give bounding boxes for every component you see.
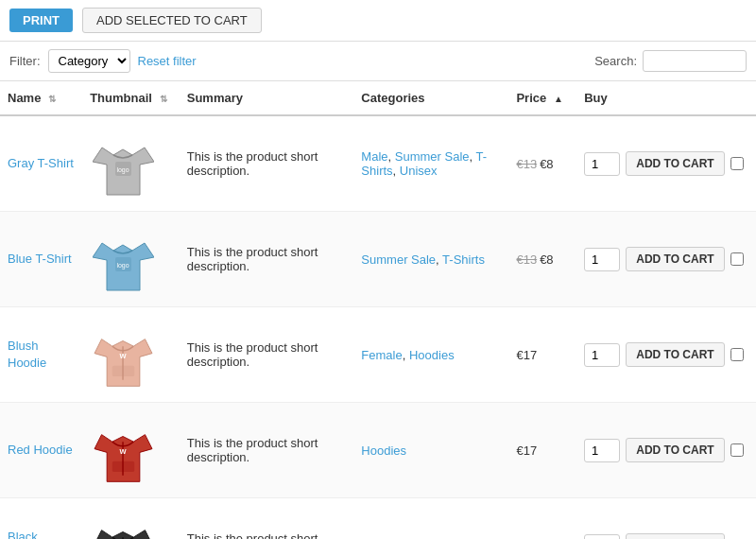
th-summary: Summary (180, 81, 354, 115)
categories-cell: Female, Hoodies (353, 307, 508, 403)
th-thumbnail-label: Thumbnail (90, 91, 152, 105)
categories-cell: Summer Sale, T-Shirts (353, 212, 508, 307)
product-summary: This is the product short description. (187, 245, 318, 273)
products-table: Name ⇅ Thumbnail ⇅ Summary Categories Pr… (0, 81, 756, 539)
name-cell: Red Hoodie (0, 403, 82, 498)
price-cell: €13€8 (508, 115, 576, 212)
price-cell: €17 (508, 403, 576, 498)
buy-cell: ADD TO CART (576, 307, 756, 403)
add-to-cart-button[interactable]: ADD TO CART (626, 247, 724, 271)
name-cell: Blue T-Shirt (0, 212, 82, 307)
price-cell: €17 (508, 307, 576, 403)
thumbnail-cell: W (82, 307, 180, 403)
quantity-input[interactable] (584, 248, 620, 271)
price-sale: €17 (516, 348, 537, 362)
product-summary: This is the product short description. (187, 436, 318, 464)
categories-cell: Male, Summer Sale, T-Shirts, Unisex (353, 115, 508, 212)
category-link[interactable]: Hoodies (361, 443, 406, 458)
product-name-link[interactable]: Gray T-Shirt (8, 156, 74, 170)
svg-text:logo: logo (116, 166, 129, 174)
price-original: €13 (516, 157, 537, 171)
table-row: Gray T-Shirt logo This is the product sh… (0, 115, 756, 212)
price-cell: €13€8 (508, 212, 576, 307)
category-link[interactable]: Male (361, 149, 387, 164)
svg-rect-12 (112, 461, 133, 471)
category-select[interactable]: Category (48, 49, 130, 73)
add-to-cart-button[interactable]: ADD TO CART (626, 151, 724, 176)
table-body: Gray T-Shirt logo This is the product sh… (0, 115, 756, 539)
svg-text:logo: logo (116, 262, 129, 270)
table-header: Name ⇅ Thumbnail ⇅ Summary Categories Pr… (0, 81, 756, 115)
th-categories: Categories (353, 81, 508, 115)
product-name-link[interactable]: Blush Hoodie (8, 339, 46, 370)
price-sale: €8 (540, 157, 553, 171)
category-link[interactable]: Summer Sale (361, 252, 436, 267)
buy-cell: ADD TO CART (576, 403, 756, 498)
price-sale: €8 (540, 252, 553, 267)
category-link[interactable]: Hoodies (409, 348, 455, 362)
th-price-sort-icon: ▲ (554, 94, 563, 104)
summary-cell: This is the product short description. (180, 498, 354, 540)
row-select-checkbox[interactable] (730, 443, 744, 457)
th-price[interactable]: Price ▲ (508, 81, 576, 115)
add-to-cart-button[interactable]: ADD TO CART (626, 533, 724, 539)
categories-cell: Hoodies (353, 498, 508, 540)
product-name-link[interactable]: Blue T-Shirt (8, 252, 72, 266)
quantity-input[interactable] (584, 343, 620, 367)
th-name-label: Name (8, 91, 41, 105)
product-summary: This is the product short description. (187, 149, 318, 178)
price-original: €13 (516, 252, 537, 267)
reset-filter-link[interactable]: Reset filter (138, 54, 197, 68)
top-bar: PRINT ADD SELECTED TO CART (0, 0, 756, 42)
table-row: Red Hoodie W This is the product short d… (0, 403, 756, 498)
thumbnail-cell: W (82, 498, 180, 540)
category-link[interactable]: Unisex (400, 164, 438, 178)
category-link[interactable]: T-Shirts (442, 252, 485, 267)
th-thumbnail-sort-icon: ⇅ (160, 94, 167, 104)
price-sale: €17 (516, 443, 537, 458)
th-name-sort-icon: ⇅ (48, 94, 56, 104)
svg-text:W: W (119, 352, 127, 360)
add-to-cart-button[interactable]: ADD TO CART (626, 342, 724, 367)
row-select-checkbox[interactable] (730, 348, 744, 361)
add-selected-button[interactable]: ADD SELECTED TO CART (82, 8, 262, 33)
thumbnail-cell: logo (82, 212, 180, 307)
row-select-checkbox[interactable] (730, 157, 744, 170)
search-area: Search: (594, 50, 747, 72)
filter-label: Filter: (9, 54, 41, 68)
table-row: Blush Hoodie W This is the product short… (0, 307, 756, 403)
product-summary: This is the product short description. (187, 531, 318, 539)
th-price-label: Price (516, 91, 546, 105)
table-row: Black Hoodie W This is the product short… (0, 498, 756, 540)
price-cell: €17 (508, 498, 576, 540)
search-label: Search: (594, 54, 637, 68)
category-link[interactable]: Female (361, 348, 402, 362)
print-button[interactable]: PRINT (9, 9, 73, 32)
summary-cell: This is the product short description. (180, 307, 354, 403)
quantity-input[interactable] (584, 152, 620, 176)
product-thumbnail: W (90, 317, 156, 392)
th-buy-label: Buy (584, 91, 608, 105)
summary-cell: This is the product short description. (180, 115, 354, 212)
row-select-checkbox[interactable] (730, 252, 744, 266)
th-thumbnail[interactable]: Thumbnail ⇅ (82, 81, 180, 115)
buy-cell: ADD TO CART (576, 212, 756, 307)
product-name-link[interactable]: Red Hoodie (8, 443, 73, 457)
quantity-input[interactable] (584, 534, 620, 540)
name-cell: Blush Hoodie (0, 307, 82, 403)
thumbnail-cell: W (82, 403, 180, 498)
product-thumbnail: logo (90, 126, 156, 201)
product-summary: This is the product short description. (187, 340, 318, 369)
th-summary-label: Summary (187, 91, 243, 105)
th-name[interactable]: Name ⇅ (0, 81, 82, 115)
add-to-cart-button[interactable]: ADD TO CART (626, 438, 724, 462)
search-input[interactable] (643, 50, 747, 72)
categories-cell: Hoodies (353, 403, 508, 498)
name-cell: Gray T-Shirt (0, 115, 82, 212)
thumbnail-cell: logo (82, 115, 180, 212)
svg-text:W: W (119, 447, 127, 456)
category-link[interactable]: Summer Sale (395, 149, 470, 164)
quantity-input[interactable] (584, 439, 620, 462)
product-name-link[interactable]: Black Hoodie (8, 530, 46, 539)
svg-rect-8 (112, 365, 133, 375)
